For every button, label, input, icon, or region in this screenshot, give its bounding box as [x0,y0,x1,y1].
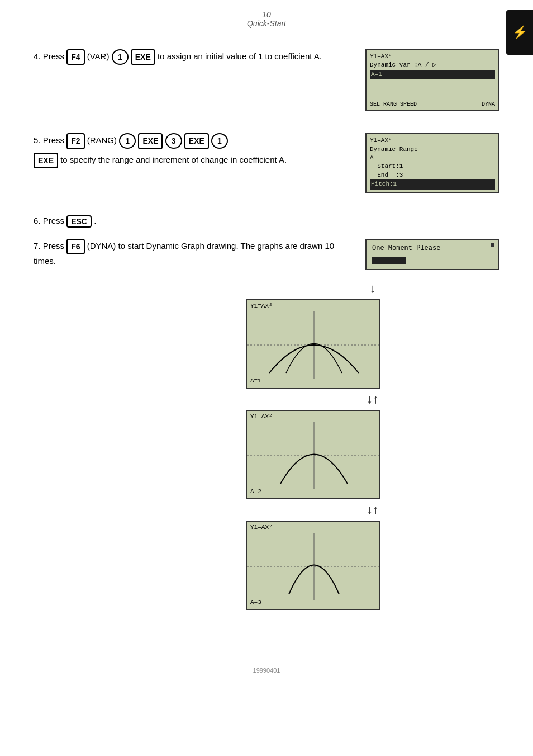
dot-indicator [491,243,494,247]
screen-5: Y1=AX² Dynamic Range A Start:1 End :3 Pi… [365,133,499,192]
moment-screen: One Moment Please [365,239,499,270]
screen-5-line1: Y1=AX² [370,136,495,145]
graph-a2: Y1=AX² A=2 [246,410,499,499]
page-footer: 19990401 [0,656,533,685]
graph-screen-2: Y1=AX² A=2 [246,410,380,499]
screen-4-line2: Dynamic Var :A / ▷ [370,61,495,69]
key-exe-a: EXE [131,49,155,65]
screen-4-footer: SEL RANG SPEED DYNA [370,100,495,107]
key-1-c: 1 [211,133,228,149]
moment-bar [372,257,406,264]
step-4-text: 4. Press F4 (VAR) 1 EXE to assign an ini… [34,49,349,65]
screen-5-line3: A [370,154,495,162]
key-exe-c: EXE [184,133,209,149]
screen-4-footer-right: DYNA [482,101,495,107]
key-esc: ESC [66,215,92,228]
key-1-b: 1 [119,133,136,149]
key-f4: F4 [66,49,84,65]
step-6: 6. Press ESC . [34,215,499,228]
screen-5-line6: Pitch:1 [370,179,495,189]
screen-4-line1: Y1=AX² [370,53,495,61]
step-5-screen: Y1=AX² Dynamic Range A Start:1 End :3 Pi… [365,133,499,192]
step-5-text: 5. Press F2 (RANG) 1 EXE 3 EXE 1 EXE to … [34,133,349,168]
screen-4-line3: A=1 [370,70,495,79]
graph-canvas-3 [247,533,379,596]
key-f2: F2 [66,133,84,149]
key-exe-d: EXE [34,153,58,168]
arrow-1: ↓ [246,281,499,296]
screen-5-line4: Start:1 [370,162,495,171]
step-5: 5. Press F2 (RANG) 1 EXE 3 EXE 1 EXE to … [34,133,499,192]
graph-screen-3: Y1=AX² A=3 [246,521,380,610]
graph-canvas-1 [247,311,379,374]
key-f6: F6 [66,239,84,254]
tab-symbol: ⚡ [512,25,527,40]
key-3: 3 [165,133,182,149]
step-7: 7. Press F6 (DYNA) to start Dynamic Grap… [34,239,499,270]
step-4-num: 4. Press [34,51,66,61]
screen-4-footer-left: SEL RANG SPEED [370,101,417,107]
graph-svg-3 [247,533,380,600]
page-subtitle: Quick-Start [247,19,286,28]
graph-a3: Y1=AX² A=3 [246,521,499,610]
graph-sequence: ↓ Y1=AX² A=1 [246,281,499,610]
graph-label-2: A=2 [250,488,261,495]
page-tab: ⚡ [506,10,533,55]
screen-4: Y1=AX² Dynamic Var :A / ▷ A=1 SEL RANG S… [365,49,499,111]
arrow-2: ↓↑ [246,392,499,407]
graph-screen-1: Y1=AX² A=1 [246,299,380,389]
screen-5-line5: End :3 [370,171,495,179]
step-7-text: 7. Press F6 (DYNA) to start Dynamic Grap… [34,239,349,268]
graph-svg-1 [247,311,380,379]
arrow-3: ↓↑ [246,503,499,517]
screen-5-line2: Dynamic Range [370,145,495,154]
step-7-screen: One Moment Please [365,239,499,270]
moment-text: One Moment Please [372,244,493,252]
graph-title-1: Y1=AX² [250,303,273,309]
graph-label-3: A=3 [250,599,261,606]
key-1-a: 1 [112,49,129,65]
graph-label-1: A=1 [250,377,261,384]
footer-code: 19990401 [253,667,280,674]
graph-svg-2 [247,422,380,489]
page-header: 10 Quick-Start [0,0,533,32]
graph-title-3: Y1=AX² [250,524,273,531]
graph-title-2: Y1=AX² [250,413,273,420]
graph-a1: Y1=AX² A=1 [246,299,499,389]
page-number: 10 [0,10,533,19]
key-exe-b: EXE [138,133,163,149]
graph-canvas-2 [247,422,379,485]
step-4-screen: Y1=AX² Dynamic Var :A / ▷ A=1 SEL RANG S… [365,49,499,111]
step-4: 4. Press F4 (VAR) 1 EXE to assign an ini… [34,49,499,111]
